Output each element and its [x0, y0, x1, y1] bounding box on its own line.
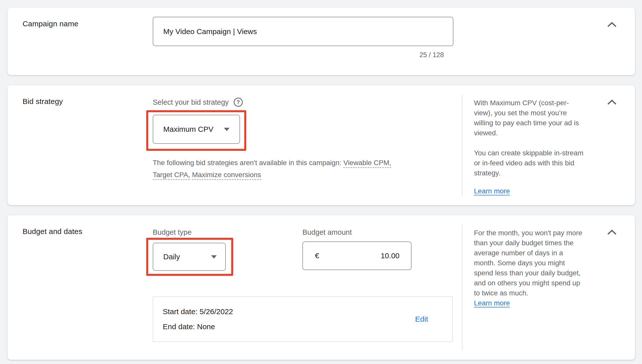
budget-and-dates-card: Budget and dates Budget type Daily Budge… — [8, 215, 635, 360]
currency-symbol: € — [315, 252, 319, 260]
bid-strategy-card: Bid strategy Select your bid strategy ? … — [8, 85, 635, 205]
campaign-settings-page: Campaign name My Video Campaign | Views … — [0, 0, 642, 360]
campaign-name-input[interactable]: My Video Campaign | Views — [153, 17, 453, 46]
bid-info-paragraph-1: With Maximum CPV (cost-per- view), you s… — [474, 98, 605, 138]
bid-strategy-info-panel: With Maximum CPV (cost-per- view), you s… — [462, 95, 635, 196]
chevron-up-icon — [607, 99, 617, 106]
bid-strategy-dropdown[interactable]: Maximum CPV — [153, 115, 240, 144]
chevron-up-icon — [607, 22, 617, 28]
end-date-text: End date: None — [163, 319, 233, 334]
bid-strategy-dropdown-value: Maximum CPV — [163, 125, 213, 134]
budget-section-label: Budget and dates — [23, 227, 153, 236]
bid-info-paragraph-2: You can create skippable in-stream or in… — [474, 148, 605, 178]
campaign-name-section-label: Campaign name — [23, 20, 153, 28]
budget-amount-value: 10.00 — [381, 252, 399, 260]
learn-more-link[interactable]: Learn more — [474, 298, 510, 308]
chevron-up-icon — [607, 229, 617, 236]
collapse-section-button[interactable] — [606, 21, 617, 29]
start-date-text: Start date: 5/26/2022 — [163, 304, 233, 319]
helper-text-separator — [190, 171, 192, 179]
collapse-section-button[interactable] — [606, 229, 617, 236]
budget-content-column: Budget type Daily Budget amount € 10.00 — [153, 215, 462, 360]
collapse-section-button[interactable] — [606, 99, 617, 106]
dates-box: Start date: 5/26/2022 End date: None Edi… — [153, 296, 453, 342]
budget-info-panel: For the month, you won't pay more than y… — [462, 225, 635, 351]
tooltip-term-viewable-cpm[interactable]: Viewable CPM, — [343, 159, 391, 167]
highlight-box-bid-strategy: Maximum CPV — [146, 110, 246, 151]
help-icon[interactable]: ? — [234, 98, 243, 107]
budget-info-paragraph: For the month, you won't pay more than y… — [474, 228, 605, 298]
dropdown-caret-icon — [211, 255, 217, 259]
learn-more-link[interactable]: Learn more — [474, 186, 510, 196]
campaign-name-card: Campaign name My Video Campaign | Views … — [8, 8, 635, 75]
budget-type-dropdown-value: Daily — [163, 253, 180, 261]
tooltip-term-target-cpa[interactable]: Target CPA, — [153, 171, 190, 179]
character-counter: 25 / 128 — [153, 51, 453, 59]
budget-amount-label: Budget amount — [302, 227, 412, 237]
dates-summary: Start date: 5/26/2022 End date: None — [163, 304, 233, 334]
unavailable-strategies-text: The following bid strategies aren't avai… — [153, 157, 459, 181]
campaign-name-input-value: My Video Campaign | Views — [163, 27, 257, 36]
helper-text-prefix: The following bid strategies aren't avai… — [153, 159, 343, 167]
campaign-name-content-column: My Video Campaign | Views 25 / 128 — [153, 8, 635, 75]
bid-strategy-content-column: Select your bid strategy ? Maximum CPV T… — [153, 85, 462, 205]
select-bid-strategy-label: Select your bid strategy — [153, 97, 229, 107]
edit-dates-link[interactable]: Edit — [415, 315, 428, 323]
budget-amount-field: Budget amount € 10.00 — [302, 227, 412, 276]
budget-type-field: Budget type Daily — [153, 227, 302, 276]
budget-type-label: Budget type — [153, 227, 302, 237]
campaign-name-label-column: Campaign name — [8, 8, 153, 75]
budget-label-column: Budget and dates — [8, 215, 153, 360]
dropdown-caret-icon — [224, 128, 229, 131]
bid-strategy-label-column: Bid strategy — [8, 85, 153, 205]
highlight-box-budget-type: Daily — [146, 238, 233, 276]
budget-amount-input[interactable]: € 10.00 — [302, 241, 412, 270]
bid-strategy-section-label: Bid strategy — [23, 97, 153, 106]
tooltip-term-maximize-conversions[interactable]: Maximize conversions — [192, 171, 261, 179]
budget-type-dropdown[interactable]: Daily — [153, 243, 226, 271]
